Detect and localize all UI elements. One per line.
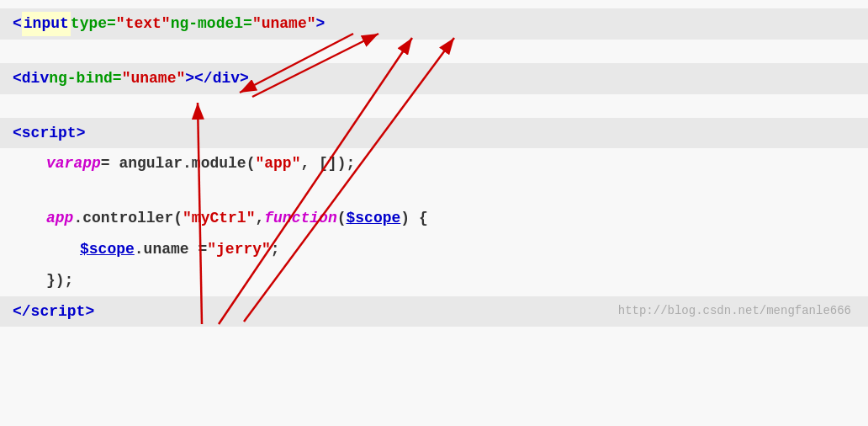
empty-1 — [0, 40, 868, 63]
dot-controller: .controller( — [73, 206, 183, 231]
str-jerry: "jerry" — [207, 237, 271, 262]
brace: ) { — [400, 206, 427, 231]
equals: = angular.module( — [101, 152, 256, 176]
bracket7: > — [77, 121, 86, 146]
param-scope2: $scope — [80, 237, 135, 262]
attr-ngmodel: ng-model= — [171, 12, 252, 36]
tag-script-close: script — [31, 300, 86, 324]
code-line-6: $scope.uname = "jerry"; — [0, 234, 868, 265]
dot-uname: .uname = — [135, 237, 207, 262]
code-display: <input type="text" ng-model="uname"> <di… — [0, 0, 868, 426]
code-line-7: }); — [0, 265, 868, 296]
arr-end: , []); — [300, 152, 355, 176]
close-brace: }); — [46, 269, 73, 293]
kw-var: var — [46, 152, 73, 176]
bracket4: ></ — [185, 67, 212, 91]
val-text: "text" — [116, 12, 171, 36]
code-line-8: </script> http://blog.csdn.net/mengfanle… — [0, 296, 868, 327]
str-app: "app" — [255, 152, 300, 176]
bracket5: > — [240, 67, 249, 91]
empty-2 — [0, 94, 868, 118]
semicolon: ; — [271, 237, 280, 262]
bracket3: < — [13, 67, 22, 91]
bracket8: </ — [13, 300, 31, 324]
code-line-5: app.controller("myCtrl", function($scope… — [0, 203, 868, 234]
code-line-2: <div ng-bind="uname"></div> — [0, 63, 868, 94]
kw-function: function — [264, 206, 336, 231]
attr-ngbind: ng-bind= — [49, 67, 121, 91]
paren: ( — [337, 206, 347, 231]
tag-input: input — [22, 12, 71, 36]
param-scope1: $scope — [347, 206, 401, 231]
str-myctrl: "myCtrl" — [183, 206, 255, 231]
var-app: app — [73, 152, 100, 176]
tag-div-close: div — [213, 67, 240, 91]
empty-3 — [0, 179, 868, 203]
val-uname2: "uname" — [122, 67, 186, 91]
code-line-1: <input type="text" ng-model="uname"> — [0, 8, 868, 40]
comma: , — [255, 206, 264, 231]
code-line-4: var app = angular.module("app", []); — [0, 148, 868, 179]
tag-script: script — [22, 121, 77, 146]
attr-type: type= — [71, 12, 116, 36]
bracket6: < — [13, 121, 22, 146]
watermark: http://blog.csdn.net/mengfanle666 — [618, 301, 851, 320]
bracket: < — [13, 12, 22, 36]
code-line-3: <script> — [0, 118, 868, 149]
bracket2: > — [316, 12, 326, 36]
tag-div: div — [22, 67, 49, 91]
val-uname1: "uname" — [252, 12, 316, 36]
app-ref: app — [46, 206, 73, 231]
bracket9: > — [85, 300, 94, 324]
